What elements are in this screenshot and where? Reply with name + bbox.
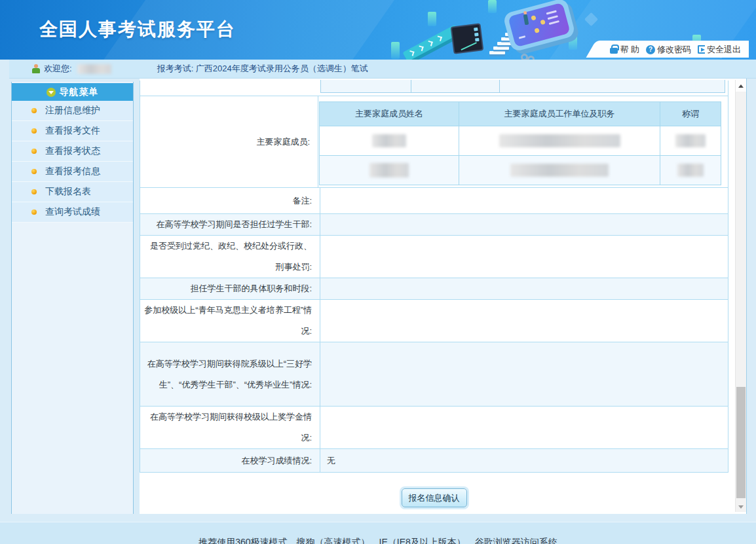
exit-icon: [698, 45, 705, 54]
table-row-family: 主要家庭成员: 主要家庭成员姓名 主要家庭成员工作单位及职务 称谓: [140, 96, 728, 188]
stairs-shape: [497, 42, 513, 45]
nav-menu-title: 导航菜单: [60, 86, 99, 98]
application-form-table: 主要家庭成员: 主要家庭成员姓名 主要家庭成员工作单位及职务 称谓: [140, 81, 728, 473]
sidebar-item-exam-files[interactable]: 查看报考文件: [12, 121, 133, 141]
stairs-shape: [509, 28, 525, 31]
unit-redacted: [510, 164, 609, 177]
sidebar-item-exam-info[interactable]: 查看报考信息: [12, 162, 133, 182]
inner-cell: [411, 80, 500, 93]
pillar-shape: [391, 42, 400, 59]
stairs-shape: [501, 37, 517, 41]
table-row: 在高等学校学习期间获得院系级以上“三好学生”、“优秀学生干部”、“优秀毕业生”情…: [140, 342, 728, 407]
main-content: 主要家庭成员: 主要家庭成员姓名 主要家庭成员工作单位及职务 称谓: [140, 79, 747, 514]
sidebar-item-label: 注册信息维护: [45, 105, 100, 117]
table-row: 参加校级以上“青年马克思主义者培养工程”情况:: [140, 300, 728, 342]
column-header: 主要家庭成员工作单位及职务: [459, 102, 660, 126]
bullet-icon: [31, 169, 37, 174]
field-label: 担任学生干部的具体职务和时段:: [140, 278, 320, 299]
field-value: [320, 236, 728, 278]
field-label: 是否受到过党纪、政纪、校纪处分或行政、刑事处罚:: [140, 236, 320, 278]
welcome-bar: 欢迎您: 报考考试: 广西2024年度考试录用公务员（选调生）笔试: [9, 60, 756, 79]
bullet-icon: [31, 108, 37, 113]
bullet-icon: [31, 209, 37, 215]
table-row: 担任学生干部的具体职务和时段:: [140, 278, 728, 300]
table-row: 备注:: [140, 188, 728, 214]
person-illustration: [523, 14, 529, 26]
field-label: 在高等学校学习期间是否担任过学生干部:: [140, 214, 320, 235]
field-label: 在高等学校学习期间获得校级以上奖学金情况:: [140, 407, 320, 448]
field-label: 主要家庭成员:: [140, 96, 318, 187]
unit-redacted: [499, 134, 620, 147]
user-avatar-icon: [31, 64, 41, 74]
sidebar-item-label: 查看报考文件: [45, 125, 100, 137]
bullet-icon: [31, 128, 37, 134]
column-header: 主要家庭成员姓名: [320, 102, 459, 126]
inner-cell: [320, 80, 411, 93]
field-value: [320, 342, 728, 406]
bullet-icon: [31, 189, 37, 194]
stairs-shape: [489, 51, 505, 54]
pillar-shape: [488, 0, 497, 13]
browser-recommendation: 推荐使用360极速模式、搜狗（高速模式）、IE（IE8及以上版本）、谷歌浏览器访…: [0, 536, 756, 544]
chevron-down-icon: [47, 88, 56, 97]
vertical-scrollbar[interactable]: [735, 80, 746, 512]
cube-shape: [552, 0, 565, 13]
sidebar-item-exam-status[interactable]: 查看报考状态: [12, 141, 133, 162]
pillar-shape: [428, 12, 436, 26]
field-value: [320, 188, 728, 213]
family-members-table: 主要家庭成员姓名 主要家庭成员工作单位及职务 称谓: [319, 101, 721, 185]
partial-inner-table: [320, 80, 725, 93]
scroll-up-arrow[interactable]: [736, 80, 746, 92]
greeting-label: 欢迎您:: [44, 63, 72, 75]
sidebar-item-label: 下载报名表: [45, 186, 91, 198]
field-value: [320, 214, 728, 235]
scrollbar-thumb[interactable]: [736, 387, 746, 498]
field-label: 备注:: [140, 188, 320, 213]
lock-icon: [610, 48, 618, 54]
field-value: 无: [320, 449, 728, 472]
chain-link-shape: [521, 54, 528, 60]
sidebar-item-download-form[interactable]: 下载报名表: [12, 182, 133, 202]
sidebar-item-exam-scores[interactable]: 查询考试成绩: [12, 202, 133, 223]
page: 全国人事考试服务平台 帮 助 ? 修改密码 安全退出 欢迎您: 报考考试: 广西…: [0, 0, 756, 544]
utility-bar: 帮 助 ? 修改密码 安全退出: [597, 41, 749, 58]
stairs-shape: [493, 46, 509, 50]
change-password-link[interactable]: ? 修改密码: [646, 44, 691, 56]
family-table-header-row: 主要家庭成员姓名 主要家庭成员工作单位及职务 称谓: [320, 102, 721, 126]
table-row: 是否受到过党纪、政纪、校纪处分或行政、刑事处罚:: [140, 236, 728, 278]
nav-menu-header: 导航菜单: [12, 83, 133, 101]
family-table-row: [320, 126, 721, 156]
family-table-row: [320, 156, 721, 185]
sidebar-item-label: 查看报考信息: [45, 166, 100, 177]
help-link[interactable]: 帮 助: [610, 44, 639, 56]
field-label: 在校学习成绩情况:: [140, 449, 320, 472]
field-label: 在高等学校学习期间获得院系级以上“三好学生”、“优秀学生干部”、“优秀毕业生”情…: [140, 342, 320, 406]
table-row: 在高等学校学习期间获得校级以上奖学金情况:: [140, 407, 728, 449]
table-row: 在高等学校学习期间是否担任过学生干部:: [140, 214, 728, 236]
confirm-registration-button[interactable]: 报名信息确认: [402, 488, 467, 507]
logout-label: 安全退出: [707, 44, 741, 56]
relation-redacted: [675, 134, 706, 147]
relation-redacted: [677, 164, 704, 177]
help-link-label: 帮 助: [620, 44, 639, 56]
bullet-icon: [31, 149, 37, 154]
sidebar: 导航菜单 注册信息维护 查看报考文件 查看报考状态 查看报考信息 下载报名表 查…: [11, 82, 134, 514]
site-title: 全国人事考试服务平台: [39, 17, 236, 42]
logout-link[interactable]: 安全退出: [698, 44, 741, 56]
name-redacted: [372, 134, 406, 147]
sidebar-item-register-info[interactable]: 注册信息维护: [12, 101, 133, 121]
question-icon: ?: [646, 45, 655, 54]
conveyor-shape: [403, 25, 460, 60]
inner-cell: [499, 80, 725, 93]
field-label: 参加校级以上“青年马克思主义者培养工程”情况:: [140, 300, 320, 342]
field-value: [320, 407, 728, 448]
field-value: [320, 300, 728, 342]
table-row-partial: [140, 81, 728, 96]
monitor-icon: [451, 23, 484, 54]
username-redacted: [77, 64, 111, 74]
page-footer: 推荐使用360极速模式、搜狗（高速模式）、IE（IE8及以上版本）、谷歌浏览器访…: [0, 522, 756, 544]
sidebar-item-label: 查看报考状态: [45, 145, 100, 157]
column-header: 称谓: [660, 102, 721, 126]
field-value: [320, 278, 728, 299]
scroll-down-arrow[interactable]: [736, 501, 746, 512]
